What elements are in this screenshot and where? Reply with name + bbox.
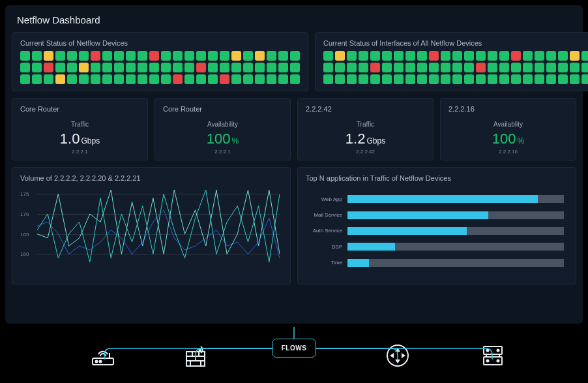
status-cell[interactable] (20, 63, 30, 72)
status-cell[interactable] (231, 51, 241, 61)
status-cell[interactable] (347, 51, 357, 61)
status-cell[interactable] (20, 74, 30, 84)
status-cell[interactable] (429, 51, 439, 61)
status-cell[interactable] (32, 63, 42, 72)
status-cell[interactable] (558, 74, 568, 84)
status-cell[interactable] (126, 51, 136, 61)
status-cell[interactable] (290, 74, 300, 84)
status-cell[interactable] (20, 51, 30, 61)
status-cell[interactable] (79, 63, 89, 72)
status-cell[interactable] (138, 51, 147, 61)
status-cell[interactable] (535, 74, 544, 84)
status-cell[interactable] (196, 51, 206, 61)
status-cell[interactable] (173, 63, 183, 72)
status-cell[interactable] (184, 74, 194, 84)
status-cell[interactable] (102, 74, 112, 84)
status-cell[interactable] (196, 63, 206, 72)
status-cell[interactable] (55, 51, 65, 61)
status-cell[interactable] (370, 63, 380, 72)
status-cell[interactable] (44, 74, 53, 84)
status-cell[interactable] (243, 63, 253, 72)
status-cell[interactable] (441, 74, 450, 84)
status-cell[interactable] (335, 51, 345, 61)
status-cell[interactable] (523, 74, 533, 84)
status-cell[interactable] (102, 51, 112, 61)
status-cell[interactable] (220, 51, 229, 61)
status-cell[interactable] (347, 63, 357, 72)
status-cell[interactable] (126, 63, 136, 72)
status-cell[interactable] (535, 63, 544, 72)
status-cell[interactable] (546, 51, 556, 61)
status-cell[interactable] (323, 74, 333, 84)
status-cell[interactable] (102, 63, 112, 72)
status-cell[interactable] (464, 63, 474, 72)
status-cell[interactable] (405, 63, 415, 72)
status-cell[interactable] (149, 63, 159, 72)
status-cell[interactable] (220, 63, 229, 72)
status-cell[interactable] (290, 63, 300, 72)
status-cell[interactable] (370, 74, 380, 84)
status-cell[interactable] (417, 74, 427, 84)
status-cell[interactable] (243, 74, 253, 84)
status-cell[interactable] (452, 63, 462, 72)
status-cell[interactable] (570, 63, 580, 72)
status-cell[interactable] (394, 51, 404, 61)
status-cell[interactable] (499, 63, 509, 72)
status-cell[interactable] (44, 51, 53, 61)
status-cell[interactable] (359, 74, 368, 84)
status-cell[interactable] (382, 74, 392, 84)
status-cell[interactable] (323, 63, 333, 72)
status-cell[interactable] (138, 74, 147, 84)
status-cell[interactable] (79, 51, 89, 61)
status-cell[interactable] (161, 74, 171, 84)
status-cell[interactable] (278, 51, 288, 61)
status-cell[interactable] (382, 51, 392, 61)
status-cell[interactable] (267, 63, 276, 72)
status-cell[interactable] (581, 63, 588, 72)
status-cell[interactable] (452, 74, 462, 84)
status-cell[interactable] (523, 63, 533, 72)
status-cell[interactable] (231, 74, 241, 84)
status-cell[interactable] (335, 74, 345, 84)
status-cell[interactable] (347, 74, 357, 84)
status-cell[interactable] (535, 51, 544, 61)
status-cell[interactable] (570, 51, 580, 61)
status-cell[interactable] (278, 74, 288, 84)
status-cell[interactable] (91, 63, 100, 72)
status-cell[interactable] (231, 63, 241, 72)
status-cell[interactable] (67, 51, 77, 61)
status-cell[interactable] (255, 51, 265, 61)
status-cell[interactable] (149, 74, 159, 84)
status-cell[interactable] (394, 74, 404, 84)
status-cell[interactable] (523, 51, 533, 61)
status-cell[interactable] (220, 74, 229, 84)
status-cell[interactable] (67, 74, 77, 84)
status-cell[interactable] (208, 63, 218, 72)
status-cell[interactable] (359, 63, 368, 72)
status-cell[interactable] (267, 74, 276, 84)
status-cell[interactable] (546, 74, 556, 84)
status-cell[interactable] (323, 51, 333, 61)
status-cell[interactable] (370, 51, 380, 61)
status-cell[interactable] (184, 63, 194, 72)
status-cell[interactable] (359, 51, 368, 61)
status-cell[interactable] (511, 74, 521, 84)
status-cell[interactable] (394, 63, 404, 72)
status-cell[interactable] (546, 63, 556, 72)
status-cell[interactable] (161, 63, 171, 72)
status-cell[interactable] (126, 74, 136, 84)
status-cell[interactable] (173, 74, 183, 84)
status-cell[interactable] (55, 74, 65, 84)
status-cell[interactable] (243, 51, 253, 61)
status-cell[interactable] (417, 51, 427, 61)
status-cell[interactable] (32, 51, 42, 61)
status-cell[interactable] (255, 74, 265, 84)
status-cell[interactable] (114, 63, 124, 72)
status-cell[interactable] (382, 63, 392, 72)
status-cell[interactable] (405, 51, 415, 61)
status-cell[interactable] (208, 74, 218, 84)
status-cell[interactable] (558, 51, 568, 61)
status-cell[interactable] (44, 63, 53, 72)
status-cell[interactable] (476, 51, 486, 61)
status-cell[interactable] (558, 63, 568, 72)
